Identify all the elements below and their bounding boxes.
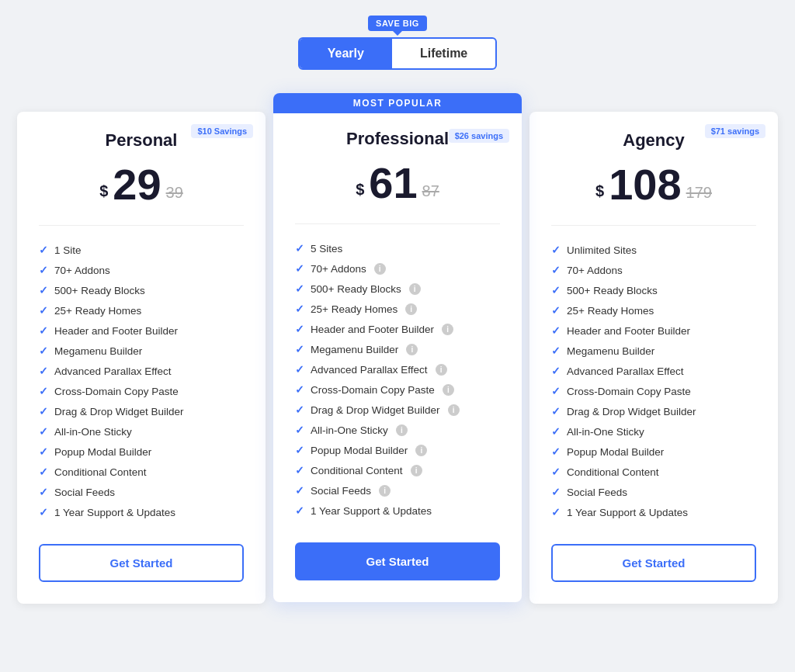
feature-text: Advanced Parallax Effect	[567, 365, 684, 377]
feature-text: 25+ Ready Homes	[311, 303, 398, 315]
feature-text: Header and Footer Builder	[311, 324, 434, 335]
price-symbol-professional: $	[356, 181, 364, 199]
divider-agency	[551, 225, 756, 226]
check-icon: ✓	[39, 284, 48, 296]
feature-text: Popup Modal Builder	[54, 446, 151, 458]
check-icon: ✓	[39, 365, 48, 377]
feature-item: ✓ 500+ Ready Blocks	[39, 280, 244, 300]
check-icon: ✓	[551, 405, 561, 417]
feature-item: ✓ Advanced Parallax Effect i	[295, 359, 500, 379]
feature-item: ✓ 25+ Ready Homes	[551, 300, 756, 320]
billing-toggle: Yearly Lifetime	[298, 37, 498, 70]
feature-item: ✓ Social Feeds i	[295, 480, 500, 501]
feature-item: ✓ 1 Year Support & Updates	[39, 502, 244, 522]
check-icon: ✓	[551, 466, 561, 478]
check-icon: ✓	[551, 264, 561, 276]
plan-card-agency: $71 savingsAgency $ 108 179 ✓ Unlimited …	[529, 112, 778, 604]
divider-personal	[39, 225, 244, 226]
check-icon: ✓	[295, 444, 304, 456]
check-icon: ✓	[295, 484, 304, 497]
feature-item: ✓ Cross-Domain Copy Paste i	[295, 379, 500, 400]
feature-text: 25+ Ready Homes	[54, 305, 141, 317]
feature-text: Drag & Drop Widget Builder	[54, 406, 184, 417]
check-icon: ✓	[295, 424, 304, 436]
feature-text: Megamenu Builder	[54, 345, 142, 357]
info-icon: i	[442, 324, 453, 335]
check-icon: ✓	[295, 464, 304, 476]
feature-text: Advanced Parallax Effect	[311, 364, 428, 376]
check-icon: ✓	[551, 425, 561, 438]
feature-text: 500+ Ready Blocks	[567, 285, 658, 296]
price-row-agency: $ 108 179	[551, 163, 756, 206]
feature-text: 70+ Addons	[54, 265, 110, 276]
feature-item: ✓ Popup Modal Builder i	[295, 440, 500, 460]
price-main-personal: 29	[113, 163, 161, 206]
feature-item: ✓ All-in-One Sticky	[551, 421, 756, 442]
lifetime-toggle-btn[interactable]: Lifetime	[392, 39, 495, 68]
feature-item: ✓ Drag & Drop Widget Builder i	[295, 400, 500, 420]
price-old-agency: 179	[686, 184, 712, 202]
feature-text: Megamenu Builder	[567, 345, 654, 357]
feature-text: 70+ Addons	[567, 265, 623, 276]
feature-item: ✓ 1 Year Support & Updates	[551, 502, 756, 522]
check-icon: ✓	[295, 404, 304, 416]
price-main-professional: 61	[369, 161, 417, 205]
feature-item: ✓ Unlimited Sites	[551, 240, 756, 260]
plan-card-personal: $10 SavingsPersonal $ 29 39 ✓ 1 Site ✓ 7…	[17, 112, 266, 604]
get-started-btn-agency[interactable]: Get Started	[551, 544, 756, 582]
feature-text: 1 Year Support & Updates	[567, 507, 688, 518]
price-old-personal: 39	[166, 184, 183, 202]
feature-item: ✓ Advanced Parallax Effect	[39, 361, 244, 381]
check-icon: ✓	[39, 466, 48, 478]
check-icon: ✓	[39, 506, 48, 518]
feature-text: Header and Footer Builder	[54, 325, 178, 337]
feature-text: 5 Sites	[311, 243, 342, 255]
feature-item: ✓ Header and Footer Builder i	[295, 319, 500, 339]
info-icon: i	[415, 445, 427, 456]
feature-text: All-in-One Sticky	[311, 424, 388, 436]
feature-text: All-in-One Sticky	[567, 426, 644, 438]
feature-text: Popup Modal Builder	[311, 445, 408, 456]
check-icon: ✓	[295, 343, 304, 355]
feature-text: Popup Modal Builder	[567, 446, 664, 458]
get-started-btn-professional[interactable]: Get Started	[295, 542, 500, 580]
check-icon: ✓	[551, 385, 561, 397]
plan-card-professional: MOST POPULAR$26 savingsProfessional $ 61…	[273, 93, 522, 602]
billing-toggle-wrapper: SAVE BIG Yearly Lifetime	[298, 16, 498, 70]
savings-badge-professional: $26 savings	[449, 129, 509, 143]
feature-text: Cross-Domain Copy Paste	[54, 386, 179, 397]
feature-item: ✓ 25+ Ready Homes	[39, 300, 244, 320]
feature-text: 70+ Addons	[311, 263, 366, 275]
check-icon: ✓	[39, 324, 48, 337]
feature-text: 1 Year Support & Updates	[54, 507, 175, 518]
price-old-professional: 87	[422, 182, 439, 200]
get-started-btn-personal[interactable]: Get Started	[39, 544, 244, 582]
feature-item: ✓ Conditional Content	[551, 462, 756, 482]
check-icon: ✓	[551, 284, 561, 296]
info-icon: i	[374, 263, 386, 275]
feature-item: ✓ 500+ Ready Blocks i	[295, 279, 500, 299]
feature-text: Drag & Drop Widget Builder	[567, 406, 696, 417]
check-icon: ✓	[551, 365, 561, 377]
feature-text: 500+ Ready Blocks	[54, 285, 145, 296]
feature-list-personal: ✓ 1 Site ✓ 70+ Addons ✓ 500+ Ready Block…	[39, 240, 244, 522]
check-icon: ✓	[551, 506, 561, 518]
feature-text: Unlimited Sites	[567, 244, 637, 256]
savings-badge-agency: $71 savings	[705, 124, 765, 138]
feature-text: Conditional Content	[54, 466, 147, 478]
yearly-toggle-btn[interactable]: Yearly	[300, 39, 392, 68]
feature-item: ✓ Cross-Domain Copy Paste	[551, 381, 756, 401]
feature-list-agency: ✓ Unlimited Sites ✓ 70+ Addons ✓ 500+ Re…	[551, 240, 756, 522]
feature-item: ✓ Megamenu Builder	[39, 341, 244, 361]
check-icon: ✓	[295, 383, 304, 396]
check-icon: ✓	[295, 323, 304, 335]
check-icon: ✓	[295, 504, 304, 517]
feature-item: ✓ 1 Site	[39, 240, 244, 260]
info-icon: i	[443, 384, 454, 396]
feature-text: Header and Footer Builder	[567, 325, 690, 337]
info-icon: i	[436, 364, 447, 376]
info-icon: i	[396, 424, 408, 436]
feature-text: Conditional Content	[567, 466, 659, 478]
feature-item: ✓ Megamenu Builder i	[295, 339, 500, 359]
feature-text: 500+ Ready Blocks	[311, 283, 401, 295]
